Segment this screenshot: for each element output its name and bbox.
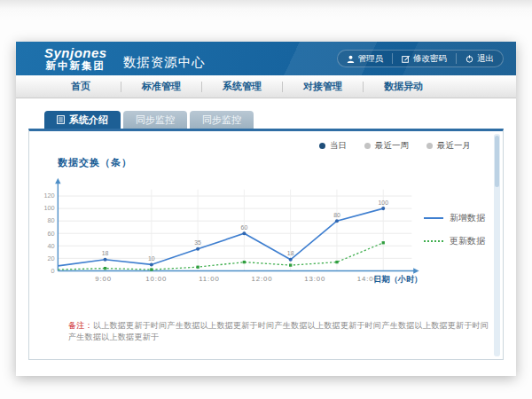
svg-text:11:00: 11:00: [199, 275, 219, 283]
nav-item-interface-mgmt[interactable]: 对接管理: [283, 80, 363, 93]
svg-text:13:00: 13:00: [304, 275, 325, 283]
app-header: Synjones 新中新集团 数据资源中心 管理员 修改密码: [16, 42, 516, 75]
svg-text:12:00: 12:00: [252, 275, 273, 283]
filter-last-month[interactable]: 最近一月: [426, 140, 471, 152]
tab-sync-monitor-1[interactable]: 同步监控: [123, 111, 187, 129]
page-title: 数据资源中心: [123, 54, 206, 71]
change-password-label: 修改密码: [413, 53, 447, 65]
blue-line-sample: [424, 217, 443, 219]
chart-panel: 当日 最近一周 最近一月 数据交换（条） 0204060801001209:00…: [28, 129, 504, 360]
chart-row: 0204060801001209:0010:0011:0012:0013:001…: [42, 169, 494, 302]
panel-scrollbar[interactable]: [494, 134, 500, 356]
svg-text:日期（小时）: 日期（小时）: [373, 275, 422, 284]
app-window: Synjones 新中新集团 数据资源中心 管理员 修改密码: [16, 42, 516, 376]
user-toolbar: 管理员 修改密码 退出: [337, 50, 505, 67]
svg-text:0: 0: [51, 267, 55, 275]
svg-text:18: 18: [102, 250, 109, 256]
company-logo: Synjones 新中新集团: [44, 46, 107, 71]
period-filter-group: 当日 最近一周 最近一月: [319, 140, 471, 152]
logo-text-en: Synjones: [44, 46, 107, 60]
radio-dot-icon: [364, 143, 371, 149]
svg-text:10: 10: [148, 255, 155, 262]
y-axis-title: 数据交换（条）: [58, 156, 494, 169]
nav-item-data-change[interactable]: 数据异动: [364, 80, 443, 93]
svg-text:10:00: 10:00: [145, 275, 167, 283]
filter-last-week[interactable]: 最近一周: [364, 140, 409, 152]
document-icon: [57, 115, 65, 124]
radio-dot-icon: [426, 143, 433, 149]
svg-text:40: 40: [48, 242, 55, 250]
svg-text:60: 60: [48, 230, 55, 238]
svg-text:100: 100: [43, 204, 54, 212]
legend-item-new-data: 新增数据: [424, 212, 494, 224]
power-icon: [466, 55, 473, 63]
legend-label: 新增数据: [450, 212, 485, 224]
scrollbar-thumb[interactable]: [495, 136, 499, 187]
tab-label: 系统介绍: [69, 113, 108, 127]
tab-label: 同步监控: [136, 113, 175, 127]
footnote-text: 以上数据更新于时间产生数据以上数据更新于时间产生数据以上数据更新于时间产生数据以…: [68, 321, 489, 341]
svg-text:20: 20: [48, 254, 55, 262]
main-nav: 首页 标准管理 系统管理 对接管理 数据异动: [16, 75, 516, 98]
nav-item-system-mgmt[interactable]: 系统管理: [202, 80, 282, 93]
legend-item-updated-data: 更新数据: [424, 235, 494, 247]
admin-user-label: 管理员: [358, 53, 384, 65]
svg-text:80: 80: [333, 212, 340, 218]
tab-label: 同步监控: [202, 113, 241, 127]
nav-item-standard-mgmt[interactable]: 标准管理: [121, 80, 201, 93]
content-area: 系统介绍 同步监控 同步监控 当日 最: [16, 98, 516, 376]
admin-user-button[interactable]: 管理员: [338, 53, 393, 64]
change-password-button[interactable]: 修改密码: [392, 53, 456, 64]
logo-text-cn: 新中新集团: [44, 60, 107, 71]
chart-legend: 新增数据 更新数据: [424, 212, 494, 258]
filter-label: 最近一月: [437, 140, 471, 152]
filter-label: 当日: [330, 140, 347, 152]
line-chart: 0204060801001209:0010:0011:0012:0013:001…: [42, 169, 424, 302]
tab-system-intro[interactable]: 系统介绍: [44, 111, 121, 129]
svg-text:100: 100: [379, 200, 389, 206]
legend-label: 更新数据: [450, 235, 485, 247]
filter-today[interactable]: 当日: [319, 140, 347, 152]
svg-text:18: 18: [287, 250, 294, 256]
logout-label: 退出: [477, 53, 494, 65]
tab-sync-monitor-2[interactable]: 同步监控: [190, 111, 254, 129]
nav-item-home[interactable]: 首页: [41, 80, 121, 93]
svg-text:35: 35: [194, 239, 201, 246]
radio-dot-icon: [319, 143, 325, 149]
screenshot-background: Synjones 新中新集团 数据资源中心 管理员 修改密码: [0, 0, 532, 399]
edit-icon: [402, 55, 410, 63]
footnote: 备注：以上数据更新于时间产生数据以上数据更新于时间产生数据以上数据更新于时间产生…: [68, 320, 494, 343]
logout-button[interactable]: 退出: [456, 53, 503, 64]
svg-text:120: 120: [43, 192, 54, 200]
svg-text:9:00: 9:00: [95, 275, 112, 283]
footnote-prefix: 备注：: [68, 321, 93, 330]
user-icon: [347, 55, 355, 63]
svg-text:80: 80: [48, 216, 55, 224]
tab-bar: 系统介绍 同步监控 同步监控: [44, 111, 504, 129]
svg-text:60: 60: [241, 224, 248, 231]
green-dotted-sample: [424, 240, 443, 242]
filter-label: 最近一周: [375, 140, 409, 152]
